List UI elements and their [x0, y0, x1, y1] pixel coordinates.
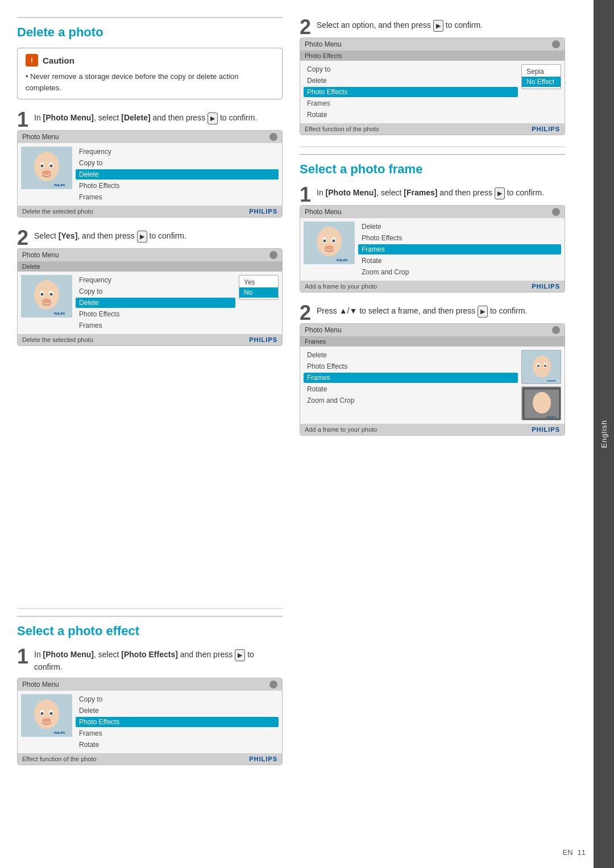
delete-step1-text: In [Photo Menu], select [Delete] and the… [34, 110, 283, 124]
frame-step1-text: In [Photo Menu], select [Frames] and the… [317, 185, 565, 199]
effect-menu-rotate: Rotate [304, 110, 518, 120]
effect-philips-logo-2: PHILIPS [532, 126, 560, 132]
main-content: Delete a photo ! Caution • Never remove … [0, 0, 594, 868]
frame-previews: PHILIPS PHILIPS [521, 350, 561, 420]
frame-screen1: Photo Menu [300, 205, 565, 293]
effect-philips-logo-1: PHILIPS [249, 756, 277, 762]
delete-step2-text: Select [Yes], and then press ▶ to confir… [34, 228, 283, 243]
effect-screen1-footer: Effect function of the photo PHILIPS [18, 753, 282, 765]
menu-item-photoeffects-2: Photo Effects [76, 309, 235, 319]
effect-s1-rotate: Rotate [76, 740, 279, 750]
effect-screen2-subheader: Photo Effects [300, 51, 565, 61]
section-divider-effect [17, 608, 283, 609]
frame-menu-zoomcrop: Zoom and Crop [358, 267, 561, 277]
effect-menu-delete: Delete [304, 76, 518, 86]
svg-point-41 [42, 718, 51, 723]
menu-item-frames-2: Frames [76, 320, 235, 331]
frame-screen2: Photo Menu Frames Delete Photo Effects F… [300, 323, 565, 436]
effect-s1-photoeffects: Photo Effects [76, 717, 279, 727]
svg-point-40 [50, 712, 53, 715]
philips-logo-1: PHILIPS [249, 208, 277, 215]
svg-point-6 [42, 170, 51, 175]
page-number: 11 [578, 848, 586, 857]
svg-point-33 [533, 392, 551, 414]
frame-section-title: Select a photo frame [300, 154, 565, 177]
delete-step1-number: 1 [17, 110, 28, 130]
photo-effect-section: Select a photo effect 1 In [Photo Menu],… [17, 597, 283, 851]
svg-point-22 [325, 245, 334, 250]
frame-prev-svg-1: PHILIPS [522, 350, 561, 384]
delete-screen2-header: Photo Menu [18, 249, 282, 261]
effect-screen2-icon [552, 40, 560, 48]
frame-step2-number: 2 [300, 303, 311, 323]
frame-philips-logo-1: PHILIPS [532, 283, 560, 290]
delete-submenu: Yes No [239, 275, 279, 300]
effect-screen2-menu: Copy to Delete Photo Effects Frames Rota… [304, 64, 518, 120]
effect-menu-frames: Frames [304, 98, 518, 108]
frame-philips-logo-2: PHILIPS [532, 426, 560, 433]
frame-step1-number: 1 [300, 185, 311, 205]
ok-icon-1: ▶ [208, 112, 218, 124]
caution-text: • Never remove a storage device before t… [26, 71, 274, 93]
frame2-menu-zoomcrop: Zoom and Crop [304, 395, 518, 406]
frame-step2-text: Press ▲/▼ to select a frame, and then pr… [317, 303, 565, 318]
svg-point-5 [50, 165, 53, 168]
frame-step2: 2 Press ▲/▼ to select a frame, and then … [300, 303, 565, 436]
delete-section: Delete a photo ! Caution • Never remove … [17, 17, 283, 597]
effect-screen2: Photo Menu Photo Effects Copy to Delete … [300, 37, 565, 135]
delete-screen1-body: PHILIPS Frequency Copy to Delete Photo E… [18, 143, 282, 206]
photo-thumb-1: PHILIPS [21, 147, 72, 189]
frame-screen1-footer: Add a frame to your photo PHILIPS [300, 281, 565, 292]
frame-screen2-footer: Add a frame to your photo PHILIPS [300, 424, 565, 435]
frame-screen2-subheader: Frames [300, 336, 565, 347]
effect-step1: 1 In [Photo Menu], select [Photo Effects… [17, 646, 283, 765]
svg-text:PHILIPS: PHILIPS [54, 731, 65, 735]
effect-step1-number: 1 [17, 646, 28, 667]
photo-thumb-inner-1: PHILIPS [21, 147, 72, 189]
effect-screen2-header: Photo Menu [300, 38, 565, 51]
frame2-menu-delete: Delete [304, 350, 518, 360]
frame-screen2-menu: Delete Photo Effects Frames Rotate Zoom … [304, 350, 518, 420]
effect-screen1-header: Photo Menu [18, 678, 282, 691]
menu-item-delete: Delete [76, 169, 279, 180]
baby-svg-1: PHILIPS [21, 147, 72, 189]
effect-screen1-menu: Copy to Delete Photo Effects Frames Rota… [76, 694, 279, 750]
svg-point-25 [533, 356, 551, 377]
photo-thumb-effect1: PHILIPS [21, 694, 72, 737]
frame2-menu-photoeffects: Photo Effects [304, 361, 518, 372]
frame-screen2-header: Photo Menu [300, 324, 565, 336]
screen-icon [269, 133, 277, 141]
language-label: English [600, 420, 608, 448]
section-divider-frame [300, 147, 565, 147]
delete-section-title: Delete a photo [17, 17, 283, 40]
language-tab: English [594, 0, 614, 868]
frame-preview-1: PHILIPS [521, 350, 561, 384]
delete-screen2: Photo Menu Delete [17, 248, 283, 346]
ok-icon-frame2: ▶ [478, 306, 488, 318]
menu-item-copyto-2: Copy to [76, 286, 235, 297]
svg-point-4 [41, 165, 44, 168]
delete-screen1-header: Photo Menu [18, 131, 282, 143]
effect-section-title: Select a photo effect [17, 616, 283, 639]
effect-step2-text: Select an option, and then press ▶ to co… [317, 17, 565, 32]
effect-screen1: Photo Menu [17, 678, 283, 765]
menu-item-copyto: Copy to [76, 158, 279, 168]
menu-item-frequency: Frequency [76, 147, 279, 157]
effect-screen2-body: Copy to Delete Photo Effects Frames Rota… [300, 61, 565, 123]
ok-icon-frame1: ▶ [495, 187, 505, 199]
delete-screen2-body: PHILIPS Frequency Copy to Delete Photo E… [18, 272, 282, 334]
frame-screen1-header: Photo Menu [300, 206, 565, 218]
svg-point-20 [323, 240, 326, 243]
svg-text:PHILIPS: PHILIPS [547, 416, 556, 419]
delete-step1: 1 In [Photo Menu], select [Delete] and t… [17, 110, 283, 218]
effect-submenu-sepia: Sepia [522, 66, 561, 77]
frame2-menu-rotate: Rotate [304, 384, 518, 394]
frame-menu-frames: Frames [358, 244, 561, 254]
submenu-yes: Yes [239, 277, 278, 287]
frame2-menu-frames: Frames [304, 373, 518, 383]
effect-s1-delete: Delete [76, 706, 279, 716]
frame-screen2-icon [552, 326, 560, 334]
delete-step2: 2 Select [Yes], and then press ▶ to conf… [17, 228, 283, 346]
delete-screen2-subheader: Delete [18, 261, 282, 272]
baby-svg-frame1: PHILIPS [304, 222, 355, 264]
